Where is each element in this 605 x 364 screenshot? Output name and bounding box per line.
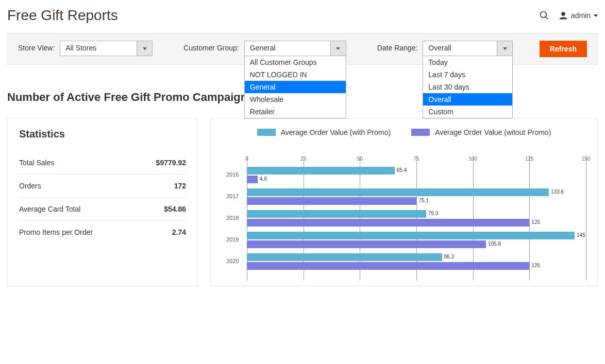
customer-group-label: Customer Group:	[183, 41, 239, 52]
stat-row: Promo Items per Order2.74	[19, 221, 186, 244]
bar-value-label: 75.1	[418, 198, 428, 203]
legend-item: Average Order Value (witout Promo)	[411, 128, 551, 136]
user-icon	[559, 11, 568, 20]
stat-value: 2.74	[172, 228, 186, 236]
stat-row: Average Card Total$54.86	[19, 198, 186, 221]
y-category-label: 2019	[226, 236, 239, 242]
chevron-down-icon	[137, 41, 152, 56]
bar-value-label: 145	[577, 232, 585, 238]
date-range-filter: Date Range: Overall TodayLast 7 daysLast…	[377, 41, 513, 56]
x-tick: 150	[582, 156, 591, 162]
chart-x-axis: 0255075100125150	[247, 156, 586, 163]
x-tick: 25	[300, 156, 306, 162]
bar: 86.3	[247, 253, 442, 261]
x-tick: 75	[413, 156, 419, 162]
legend-label: Average Order Value (witout Promo)	[435, 128, 551, 136]
y-category-label: 2016	[226, 171, 239, 178]
bar-row: 201879.3125	[247, 209, 586, 230]
user-menu[interactable]: admin	[559, 11, 598, 20]
y-category-label: 2018	[226, 215, 239, 221]
date-range-label: Date Range:	[377, 41, 418, 52]
stat-label: Orders	[19, 182, 41, 190]
statistics-panel: Statistics Total Sales$9779.92Orders172A…	[7, 118, 198, 286]
page-title: Free Gift Reports	[7, 7, 118, 24]
date-range-option[interactable]: Last 30 days	[423, 81, 512, 93]
date-range-option[interactable]: Overall	[423, 93, 512, 106]
stat-row: Total Sales$9779.92	[19, 151, 186, 175]
chevron-down-icon	[594, 14, 598, 17]
bar: 4.8	[247, 176, 258, 183]
bar-row: 202086.3125	[247, 252, 586, 273]
bar-value-label: 65.4	[397, 167, 407, 173]
stat-row: Orders172	[19, 175, 186, 198]
customer-group-select[interactable]: General	[244, 41, 346, 56]
panels-row: Statistics Total Sales$9779.92Orders172A…	[7, 118, 598, 286]
legend-label: Average Order Value (with Promo)	[281, 128, 391, 136]
svg-point-2	[561, 12, 565, 16]
bar: 105.8	[247, 240, 486, 248]
bar-value-label: 125	[531, 263, 540, 268]
y-category-label: 2017	[226, 193, 239, 199]
bar: 133.6	[247, 188, 549, 196]
legend-swatch	[257, 129, 276, 136]
customer-group-options: All Customer GroupsNOT LOGGED INGeneralW…	[244, 56, 346, 118]
x-tick: 0	[245, 156, 248, 162]
x-tick: 50	[357, 156, 363, 162]
bar: 145	[247, 232, 575, 239]
chart-area: 0255075100125150 201665.44.82017133.675.…	[222, 147, 586, 276]
customer-group-option[interactable]: Wholesale	[245, 93, 346, 106]
stat-value: 172	[174, 182, 186, 190]
bar-value-label: 133.6	[551, 189, 564, 195]
legend-item: Average Order Value (with Promo)	[257, 128, 391, 136]
chevron-down-icon	[497, 41, 512, 56]
date-range-options: TodayLast 7 daysLast 30 daysOverallCusto…	[423, 56, 513, 118]
bar: 125	[247, 262, 529, 270]
search-icon[interactable]	[539, 10, 549, 21]
store-view-filter: Store View: All Stores	[18, 41, 153, 56]
svg-line-1	[545, 17, 548, 20]
bar-row: 201665.44.8	[247, 165, 586, 187]
x-tick: 125	[525, 156, 534, 162]
customer-group-option[interactable]: All Customer Groups	[245, 56, 346, 68]
bar-row: 2019145105.8	[247, 230, 586, 252]
date-range-option[interactable]: Custom	[423, 106, 512, 118]
chevron-down-icon	[330, 41, 346, 56]
customer-group-option[interactable]: Retailer	[245, 106, 346, 118]
bar-row: 2017133.675.1	[247, 187, 586, 209]
customer-group-filter: Customer Group: General All Customer Gro…	[183, 41, 346, 56]
store-view-select[interactable]: All Stores	[60, 41, 153, 56]
stat-value: $54.86	[164, 205, 186, 213]
svg-point-0	[540, 12, 546, 18]
filter-bar: Store View: All Stores Customer Group: G…	[7, 33, 598, 65]
chart-bars: 201665.44.82017133.675.1201879.312520191…	[247, 165, 586, 273]
bar: 125	[247, 219, 529, 227]
bar: 75.1	[247, 197, 416, 205]
legend-swatch	[411, 129, 430, 136]
customer-group-option[interactable]: NOT LOGGED IN	[245, 68, 346, 81]
bar: 65.4	[247, 167, 395, 175]
chart-legend: Average Order Value (with Promo)Average …	[222, 128, 586, 136]
refresh-button[interactable]: Refresh	[540, 41, 587, 57]
top-bar: Free Gift Reports admin	[7, 5, 598, 33]
bar-value-label: 125	[531, 219, 540, 225]
stat-label: Promo Items per Order	[19, 228, 93, 236]
x-tick: 100	[468, 156, 477, 162]
bar: 79.3	[247, 210, 426, 218]
statistics-title: Statistics	[19, 128, 186, 140]
date-range-option[interactable]: Today	[423, 56, 512, 68]
stat-label: Average Card Total	[19, 205, 80, 213]
store-view-label: Store View:	[18, 41, 55, 52]
y-category-label: 2020	[226, 258, 239, 264]
bar-value-label: 86.3	[444, 254, 454, 259]
stat-label: Total Sales	[19, 159, 54, 167]
chart-panel: Average Order Value (with Promo)Average …	[210, 118, 598, 286]
bar-value-label: 4.8	[260, 176, 267, 182]
bar-value-label: 79.3	[428, 211, 438, 216]
date-range-option[interactable]: Last 7 days	[423, 68, 512, 81]
bar-value-label: 105.8	[488, 241, 501, 247]
user-label: admin	[571, 11, 591, 20]
customer-group-option[interactable]: General	[245, 81, 346, 93]
stat-value: $9779.92	[156, 159, 186, 167]
date-range-select[interactable]: Overall	[423, 41, 513, 56]
